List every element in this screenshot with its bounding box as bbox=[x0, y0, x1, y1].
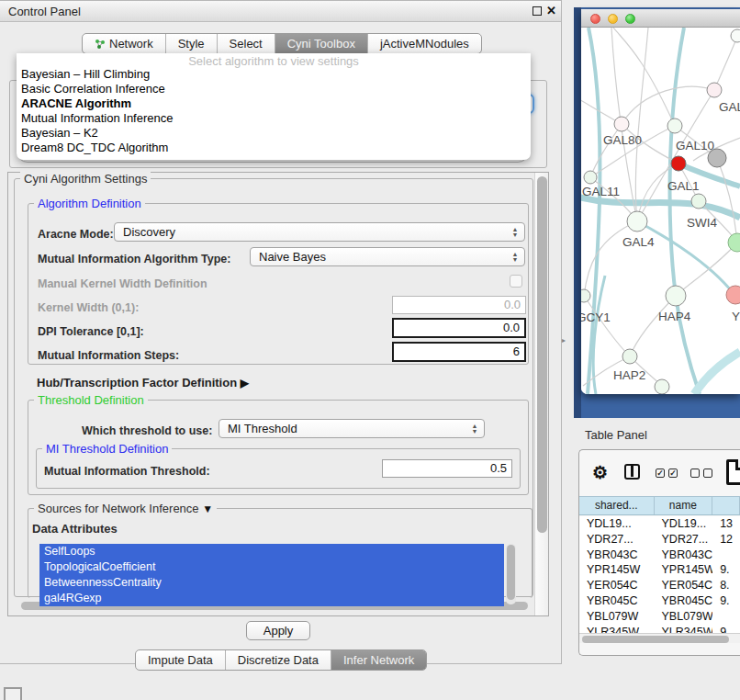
network-window[interactable]: GALGAL80GAL10GAL1GAL11SWI4GAL4GCY1HAP4YH… bbox=[581, 9, 740, 394]
mi-steps-field[interactable]: 6 bbox=[392, 342, 526, 362]
network-node-gcy1[interactable] bbox=[581, 289, 590, 302]
panel-edge bbox=[574, 7, 581, 418]
tab-select[interactable]: Select bbox=[217, 34, 275, 53]
network-node[interactable] bbox=[708, 149, 726, 167]
node-label: SWI4 bbox=[687, 216, 717, 230]
mi-algorithm-type-combo[interactable]: Naive Bayes ▲▼ bbox=[250, 247, 525, 266]
select-all-checked-icon[interactable]: ✓ bbox=[656, 469, 665, 478]
algorithm-option[interactable]: Mutual Information Inference bbox=[17, 111, 531, 126]
network-edge[interactable] bbox=[637, 221, 740, 303]
column-header[interactable]: shared... bbox=[579, 497, 655, 514]
table-row[interactable]: YLR345WYLR345W9. bbox=[579, 625, 740, 633]
algorithm-definition-title: Algorithm Definition bbox=[34, 197, 145, 210]
algorithm-option[interactable]: ARACNE Algorithm bbox=[17, 96, 531, 111]
aracne-mode-combo[interactable]: Discovery ▲▼ bbox=[114, 222, 525, 242]
deselect-all-icon[interactable] bbox=[690, 469, 700, 478]
table-row[interactable]: YDL19...YDL19...13 bbox=[579, 516, 740, 532]
network-node-gal4[interactable] bbox=[627, 211, 647, 231]
network-edge[interactable] bbox=[581, 196, 740, 218]
network-node-gal11[interactable] bbox=[584, 171, 597, 184]
column-header[interactable] bbox=[712, 497, 740, 514]
minimize-window-icon[interactable] bbox=[608, 14, 618, 24]
attribute-item[interactable]: SelfLoops bbox=[39, 544, 504, 559]
which-threshold-combo[interactable]: MI Threshold ▲▼ bbox=[219, 419, 485, 438]
network-node-hap2[interactable] bbox=[622, 349, 637, 364]
table-cell: YDL19... bbox=[655, 516, 713, 532]
table-row[interactable]: YBL079WYBL079W bbox=[579, 609, 740, 625]
attribute-item[interactable]: TopologicalCoefficient bbox=[39, 559, 504, 575]
algorithm-option[interactable]: Bayesian – Hill Climbing bbox=[17, 67, 531, 82]
algorithm-option[interactable]: Dream8 DC_TDC Algorithm bbox=[17, 141, 531, 155]
network-node-hap4[interactable] bbox=[666, 286, 686, 306]
gear-icon[interactable]: ⚙ bbox=[592, 462, 608, 483]
table-row[interactable]: YER054CYER054C8. bbox=[579, 578, 740, 593]
network-node[interactable] bbox=[655, 379, 669, 394]
tab-discretize-data[interactable]: Discretize Data bbox=[225, 650, 331, 670]
network-canvas[interactable]: GALGAL80GAL10GAL1GAL11SWI4GAL4GCY1HAP4YH… bbox=[581, 28, 740, 394]
apply-button[interactable]: Apply bbox=[246, 621, 310, 640]
network-edge[interactable] bbox=[714, 37, 737, 90]
kernel-width-field[interactable]: 0.0 bbox=[392, 296, 526, 314]
close-window-icon[interactable] bbox=[590, 14, 600, 24]
divider-collapse-handle[interactable]: ▸ bbox=[562, 336, 566, 344]
tab-network[interactable]: Network bbox=[83, 34, 165, 53]
table-cell: YBR043C bbox=[655, 548, 713, 563]
tab-impute-data[interactable]: Impute Data bbox=[136, 650, 225, 670]
table-cell: YBL079W bbox=[655, 609, 713, 625]
vertical-scrollbar-thumb[interactable] bbox=[537, 176, 547, 533]
vertical-scrollbar[interactable] bbox=[534, 173, 548, 615]
document-icon[interactable] bbox=[726, 459, 740, 485]
network-node-gal80[interactable] bbox=[614, 117, 629, 131]
network-edge[interactable] bbox=[584, 221, 637, 296]
attribute-item[interactable]: gal4RGexp bbox=[39, 591, 504, 606]
algorithm-option[interactable]: Bayesian – K2 bbox=[17, 126, 531, 141]
table-panel: ⚙ ✓ ✓ shared...name YDL19...YDL19...13YD… bbox=[578, 449, 740, 656]
network-edge[interactable] bbox=[630, 296, 676, 356]
table-horizontal-scrollbar[interactable] bbox=[579, 633, 740, 643]
close-panel-icon[interactable]: ✕ bbox=[546, 4, 556, 17]
threshold-definition-title: Threshold Definition bbox=[34, 393, 148, 407]
network-node-swi4[interactable] bbox=[691, 194, 706, 209]
deselect-all-icon[interactable] bbox=[703, 469, 712, 478]
tab-infer-network[interactable]: Infer Network bbox=[331, 650, 426, 670]
select-all-checked-icon[interactable]: ✓ bbox=[668, 469, 678, 478]
columns-icon[interactable] bbox=[624, 464, 640, 480]
table-row[interactable]: YBR043CYBR043C bbox=[579, 548, 740, 563]
tab-cyni-toolbox[interactable]: Cyni Toolbox bbox=[275, 34, 367, 53]
table-row[interactable]: YBR045CYBR045C9. bbox=[579, 593, 740, 609]
network-edge[interactable] bbox=[694, 352, 740, 394]
dpi-tolerance-field[interactable]: 0.0 bbox=[392, 318, 526, 338]
network-edge[interactable] bbox=[613, 28, 675, 126]
network-node-gal[interactable] bbox=[707, 83, 722, 97]
mi-threshold-field[interactable]: 0.5 bbox=[382, 459, 512, 478]
zoom-window-icon[interactable] bbox=[625, 14, 635, 24]
kernel-width-label: Kernel Width (0,1): bbox=[38, 301, 139, 314]
attribute-item[interactable]: BetweennessCentrality bbox=[39, 575, 504, 591]
column-header[interactable]: name bbox=[655, 497, 713, 514]
table-row[interactable]: YPR145WYPR145W9. bbox=[579, 562, 740, 578]
minimized-panel-icon[interactable] bbox=[4, 687, 22, 700]
node-label: GAL1 bbox=[667, 179, 700, 193]
network-node-gal1[interactable] bbox=[671, 156, 686, 171]
algorithm-option[interactable]: Basic Correlation Inference bbox=[17, 82, 531, 96]
network-edge[interactable] bbox=[590, 124, 622, 177]
table-cell: YBL079W bbox=[579, 609, 655, 625]
manual-kernel-checkbox[interactable] bbox=[510, 275, 522, 288]
network-node-gal10[interactable] bbox=[667, 119, 682, 133]
hub-definition-toggle[interactable]: Hub/Transcription Factor Definition ▶ bbox=[37, 376, 249, 390]
table-row[interactable]: YDR27...YDR27...12 bbox=[579, 532, 740, 548]
network-node[interactable] bbox=[731, 29, 740, 42]
dpi-tolerance-label: DPI Tolerance [0,1]: bbox=[38, 325, 144, 338]
float-panel-icon[interactable] bbox=[533, 6, 542, 16]
data-attributes-list[interactable]: SelfLoopsTopologicalCoefficientBetweenne… bbox=[39, 544, 504, 606]
tab-style[interactable]: Style bbox=[165, 34, 217, 53]
sources-group-title[interactable]: Sources for Network Inference ▼ bbox=[34, 502, 217, 515]
attributes-scrollbar[interactable] bbox=[506, 544, 516, 604]
node-label: GAL bbox=[719, 100, 740, 114]
tab-jactivemnodules[interactable]: jActiveMNodules bbox=[367, 34, 481, 53]
mi-threshold-label: Mutual Information Threshold: bbox=[44, 465, 210, 478]
network-edge[interactable] bbox=[622, 86, 714, 124]
network-node-y[interactable] bbox=[726, 286, 740, 304]
table-cell: YBR045C bbox=[579, 593, 655, 609]
network-node[interactable] bbox=[728, 233, 740, 252]
